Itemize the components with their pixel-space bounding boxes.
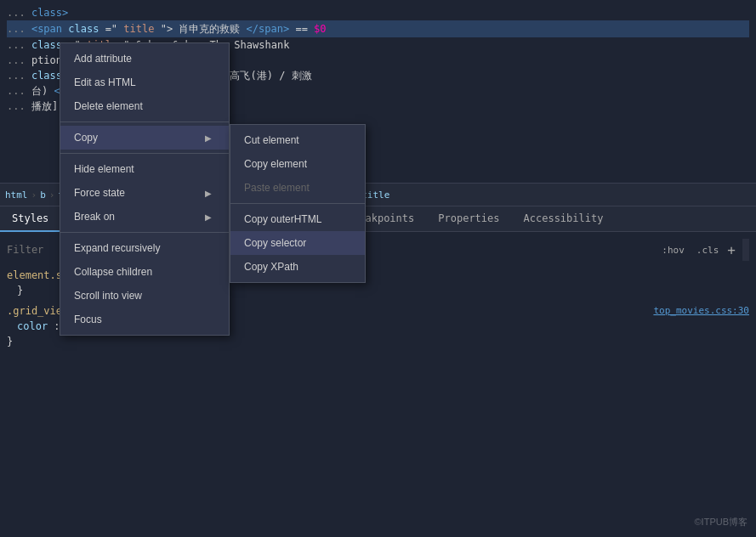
breadcrumb-body[interactable]: b: [40, 189, 46, 201]
menu-item-break-on[interactable]: Break on ▶: [60, 205, 229, 229]
menu-item-expand-recursively[interactable]: Expand recursively: [60, 236, 229, 260]
add-style-button[interactable]: +: [727, 242, 736, 258]
menu-divider-3: [60, 232, 229, 233]
breadcrumb-html[interactable]: html: [5, 189, 28, 201]
menu-item-delete-element[interactable]: Delete element: [60, 94, 229, 118]
menu-item-collapse-children[interactable]: Collapse children: [60, 260, 229, 284]
context-menu-container: Add attribute Edit as HTML Delete elemen…: [60, 42, 230, 336]
copy-submenu: Cut element Copy element Paste element C…: [230, 124, 366, 283]
hov-button[interactable]: :hov: [658, 244, 688, 257]
menu-item-add-attribute[interactable]: Add attribute: [60, 47, 229, 71]
submenu-paste-element: Paste element: [230, 176, 365, 200]
copy-submenu-arrow: ▶: [205, 133, 212, 143]
menu-item-edit-as-html[interactable]: Edit as HTML: [60, 71, 229, 94]
menu-item-focus[interactable]: Focus: [60, 308, 229, 331]
menu-divider-2: [60, 153, 229, 154]
tab-properties[interactable]: Properties: [426, 206, 511, 232]
filter-controls: :hov .cls +: [658, 242, 736, 258]
menu-item-hide-element[interactable]: Hide element: [60, 157, 229, 181]
menu-item-force-state[interactable]: Force state ▶: [60, 181, 229, 205]
menu-divider-1: [60, 122, 229, 122]
menu-item-scroll-into-view[interactable]: Scroll into view: [60, 284, 229, 308]
style-source-link[interactable]: top_movies.css:30: [653, 303, 749, 319]
submenu-copy-element[interactable]: Copy element: [230, 152, 365, 176]
menu-item-copy[interactable]: Copy ▶: [60, 126, 229, 150]
scrollbar-thumb: [742, 239, 749, 261]
code-line-selected: ... <span class =" title "> 肖申克的救赎 </spa…: [7, 20, 749, 37]
submenu-cut-element[interactable]: Cut element: [230, 128, 365, 152]
tab-styles[interactable]: Styles: [0, 206, 60, 232]
submenu-divider-1: [230, 203, 365, 204]
break-on-arrow: ▶: [205, 212, 212, 222]
code-line-1: ... class>: [7, 5, 749, 20]
context-menu: Add attribute Edit as HTML Delete elemen…: [60, 42, 230, 336]
submenu-copy-xpath[interactable]: Copy XPath: [230, 255, 365, 279]
tab-accessibility[interactable]: Accessibility: [512, 206, 616, 232]
submenu-copy-selector[interactable]: Copy selector: [230, 231, 365, 255]
submenu-copy-outerhtml[interactable]: Copy outerHTML: [230, 207, 365, 231]
cls-button[interactable]: .cls: [693, 244, 723, 257]
force-state-arrow: ▶: [205, 189, 212, 198]
